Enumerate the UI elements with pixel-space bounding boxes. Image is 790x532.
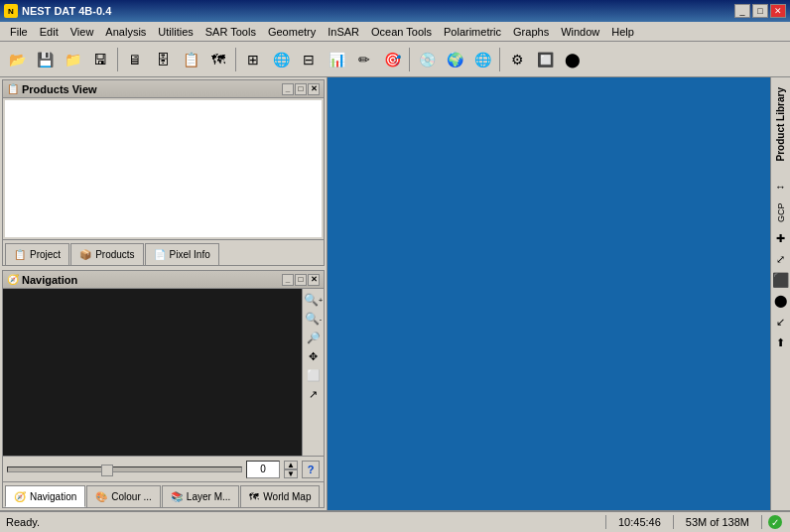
right-sidebar-tools: ↔ GCP ✚ ⤢ ⬛ ⬤ ↙ ⬆: [772, 177, 790, 351]
products-view-min-btn[interactable]: _: [282, 83, 294, 95]
menu-item-ocean-tools[interactable]: Ocean Tools: [365, 24, 438, 40]
lower-tab-world-map[interactable]: 🗺World Map: [240, 485, 320, 507]
nav-help-button[interactable]: ?: [302, 461, 320, 478]
pencil-btn[interactable]: ✏: [351, 47, 377, 72]
tab-project[interactable]: 📋Project: [5, 243, 69, 265]
close-button[interactable]: ✕: [770, 4, 786, 18]
target2-btn[interactable]: 🎯: [379, 47, 405, 72]
lower-tab-label-3: World Map: [263, 491, 311, 502]
layers-btn[interactable]: 📋: [178, 47, 203, 72]
zoom-in-tool[interactable]: 🔍+: [305, 291, 323, 309]
menu-item-help[interactable]: Help: [605, 24, 640, 40]
navigation-icon: 🧭: [7, 274, 19, 285]
status-sep-3: [761, 515, 762, 529]
tab-icon-0: 📋: [14, 249, 26, 260]
menu-item-graphs[interactable]: Graphs: [507, 24, 555, 40]
minimize-button[interactable]: _: [734, 4, 750, 18]
circle-tool[interactable]: ⬤: [772, 292, 790, 310]
select-tool[interactable]: ⬜: [305, 366, 323, 384]
toolbar: 📂💾📁🖫🖥🗄📋🗺⊞🌐⊟📊✏🎯💿🌍🌐⚙🔲⬤: [0, 42, 790, 77]
menu-item-edit[interactable]: Edit: [34, 24, 65, 40]
tab-label-1: Products: [95, 249, 134, 260]
earth4-btn[interactable]: 🌐: [469, 47, 495, 72]
tab-products[interactable]: 📦Products: [70, 243, 143, 265]
navigation-controls: _ □ ✕: [282, 274, 320, 286]
database-btn[interactable]: 💿: [414, 47, 440, 72]
menu-item-file[interactable]: File: [4, 24, 34, 40]
navigation-canvas: [3, 289, 302, 456]
menu-item-insar[interactable]: InSAR: [322, 24, 365, 40]
product-library-label[interactable]: Product Library: [775, 87, 786, 161]
navigation-min-btn[interactable]: _: [282, 274, 294, 286]
arrow-right-tool[interactable]: ↔: [772, 178, 790, 196]
products-view-content: [5, 100, 322, 237]
dot-btn[interactable]: ⬤: [560, 47, 586, 72]
toolbar-separator: [235, 48, 236, 71]
products-view-panel: 📋 Products View _ □ ✕ 📋Project📦Products📄…: [2, 79, 325, 266]
menu-item-polarimetric[interactable]: Polarimetric: [438, 24, 507, 40]
menu-item-geometry[interactable]: Geometry: [262, 24, 322, 40]
map-btn[interactable]: 🗺: [205, 47, 231, 72]
menu-item-sar-tools[interactable]: SAR Tools: [199, 24, 262, 40]
lower-tab-navigation[interactable]: 🧭Navigation: [5, 485, 85, 507]
menu-item-utilities[interactable]: Utilities: [152, 24, 198, 40]
zoom-out-tool[interactable]: 🔍-: [305, 310, 323, 328]
pan-tool[interactable]: ✥: [305, 347, 323, 365]
plus-tool[interactable]: ✚: [772, 229, 790, 247]
lower-tab-icon-0: 🧭: [14, 491, 26, 502]
nav-slider-track[interactable]: [7, 466, 242, 472]
tab-icon-1: 📦: [79, 249, 91, 260]
filter-btn[interactable]: ⊟: [296, 47, 322, 72]
disk-btn[interactable]: 🖫: [87, 47, 113, 72]
globe-btn[interactable]: 🌐: [268, 47, 294, 72]
folder-btn[interactable]: 📁: [60, 47, 85, 72]
chart2-btn[interactable]: 📊: [324, 47, 349, 72]
grid-btn[interactable]: ⊞: [240, 47, 266, 72]
cylinder-btn[interactable]: 🗄: [150, 47, 176, 72]
navigation-max-btn[interactable]: □: [295, 274, 307, 286]
zoom-fit-tool[interactable]: 🔎: [305, 329, 323, 346]
nav-step-down-btn[interactable]: ▼: [284, 469, 298, 478]
products-view-icon: 📋: [7, 83, 19, 94]
monitor-btn[interactable]: 🖥: [122, 47, 148, 72]
title-bar: N NEST DAT 4B-0.4 _ □ ✕: [0, 0, 790, 22]
toolbar-separator: [409, 48, 410, 71]
tab-pixel-info[interactable]: 📄Pixel Info: [145, 243, 219, 265]
menu-bar: FileEditViewAnalysisUtilitiesSAR ToolsGe…: [0, 22, 790, 42]
save-btn[interactable]: 💾: [32, 47, 58, 72]
app-name: NEST DAT 4B-0.4: [22, 5, 111, 17]
lower-tab-colour-[interactable]: 🎨Colour ...: [86, 485, 161, 507]
navigation-titlebar: 🧭 Navigation _ □ ✕: [3, 271, 324, 289]
square-tool[interactable]: ⬛: [772, 271, 790, 289]
menu-item-window[interactable]: Window: [555, 24, 605, 40]
tab-label-0: Project: [30, 249, 61, 260]
gear-btn[interactable]: ⚙: [504, 47, 530, 72]
products-view-max-btn[interactable]: □: [295, 83, 307, 95]
navigation-close-btn[interactable]: ✕: [308, 274, 320, 286]
nav-slider-thumb[interactable]: [101, 465, 113, 476]
down-left-tool[interactable]: ↙: [772, 313, 790, 331]
lower-tab-layer-m[interactable]: 📚Layer M...: [162, 485, 239, 507]
lower-tab-label-1: Colour ...: [111, 491, 152, 502]
nav-step-up-btn[interactable]: ▲: [284, 461, 298, 469]
pointer-tool[interactable]: ↗: [305, 385, 323, 403]
menu-item-view[interactable]: View: [65, 24, 100, 40]
main-canvas[interactable]: [328, 77, 770, 510]
nav-stepper-up[interactable]: ▲ ▼: [284, 461, 298, 478]
lower-tab-label-0: Navigation: [30, 491, 76, 502]
maximize-button[interactable]: □: [752, 4, 768, 18]
status-icon: ✓: [766, 513, 784, 531]
diagonal-tool[interactable]: ⤢: [772, 250, 790, 268]
left-panel: 📋 Products View _ □ ✕ 📋Project📦Products📄…: [0, 77, 328, 510]
svg-text:✓: ✓: [771, 517, 779, 528]
open-btn[interactable]: 📂: [4, 47, 30, 72]
products-view-close-btn[interactable]: ✕: [308, 83, 320, 95]
toolbar-separator: [499, 48, 500, 71]
menu-item-analysis[interactable]: Analysis: [99, 24, 152, 40]
earth3-btn[interactable]: 🌍: [442, 47, 467, 72]
products-view-titlebar: 📋 Products View _ □ ✕: [3, 80, 324, 98]
module-btn[interactable]: 🔲: [532, 47, 558, 72]
up-arrow-tool[interactable]: ⬆: [772, 333, 790, 351]
nav-value-box[interactable]: 0: [246, 461, 280, 478]
products-view-controls: _ □ ✕: [282, 83, 320, 95]
